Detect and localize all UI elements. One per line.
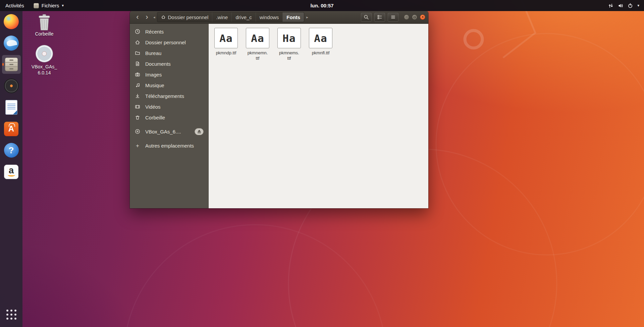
dock-item-ubuntu-software[interactable]: A [2,119,21,138]
font-preview-thumbnail: Ha [277,28,301,48]
disc-icon [135,129,141,134]
back-button[interactable]: ‹ [133,12,142,22]
close-button[interactable]: × [420,14,425,20]
sidebar: Récents Dossier personnel Bureau Documen… [130,24,209,208]
recent-icon [135,29,141,34]
headerbar-actions: − × [361,13,425,22]
power-icon [628,3,633,8]
breadcrumb: Dossier personnel .wine drive_c windows … [157,12,305,22]
maximize-icon [414,16,416,18]
files-app-icon [34,3,39,8]
volume-icon [618,3,623,8]
file-name: pkmnems. ttf [279,50,299,61]
font-preview-thumbnail: Aa [246,28,269,48]
breadcrumb-home[interactable]: Dossier personnel [157,12,213,22]
dock-item-firefox[interactable] [2,12,21,31]
window-body: Récents Dossier personnel Bureau Documen… [130,24,428,208]
headerbar: ‹ › ◂ Dossier personnel .wine drive_c wi… [130,11,428,24]
eject-icon [198,130,201,132]
sidebar-item-videos[interactable]: Vidéos [130,101,208,112]
breadcrumb-drive-c[interactable]: drive_c [232,12,256,22]
top-bar: Activités Fichiers ▾ lun. 00:57 ▾ [0,0,644,11]
chevron-down-icon: ▾ [62,3,64,8]
folder-icon [135,50,141,56]
sidebar-item-home[interactable]: Dossier personnel [130,37,208,48]
dock-item-libreoffice-writer[interactable] [2,98,21,117]
video-icon [135,104,141,109]
sidebar-item-documents[interactable]: Documents [130,58,208,69]
eject-button[interactable] [195,128,204,135]
desktop-icon-label: VBox_GAs_ 6.0.14 [32,64,57,76]
music-note-icon [135,83,141,88]
app-menu-button[interactable]: Fichiers ▾ [30,0,68,11]
desktop-icon-vbox-cd[interactable]: VBox_GAs_ 6.0.14 [24,45,64,76]
activities-label: Activités [5,3,24,8]
trash-icon [135,115,141,120]
sidebar-item-desktop[interactable]: Bureau [130,48,208,58]
file-name: pkmndp.ttf [216,50,236,56]
home-icon [161,15,166,19]
dock-item-help[interactable]: ? [2,141,21,160]
help-glyph: ? [9,145,14,156]
file-item[interactable]: Ha pkmnems. ttf [275,28,303,61]
file-name: pkmnemn. ttf [248,50,268,61]
search-button[interactable] [361,13,372,22]
file-item[interactable]: Aa pkmnfl.ttf [307,28,335,56]
view-toggle-button[interactable] [374,13,385,22]
network-icon [608,3,613,8]
software-letter: A [8,124,14,133]
dock-item-amazon[interactable]: a [2,162,21,181]
dock-item-rhythmbox[interactable] [2,76,21,95]
menu-button[interactable] [388,13,398,22]
clock-label: lun. 00:57 [310,3,333,8]
system-status-area[interactable]: ▾ [603,0,644,11]
desktop-icon-label: Corbeille [35,31,53,37]
minimize-button[interactable]: − [404,14,409,20]
back-icon: ‹ [136,13,139,21]
plus-icon: + [135,143,141,149]
dock-item-thunderbird[interactable] [2,34,21,52]
close-icon: × [422,15,424,19]
forward-icon: › [146,13,148,21]
show-applications-button[interactable] [2,305,21,324]
dock-item-files[interactable] [2,55,21,74]
activities-button[interactable]: Activités [0,0,30,11]
files-icon [5,57,18,71]
ubuntu-software-icon: A [4,122,18,136]
sidebar-item-pictures[interactable]: Images [130,69,208,80]
forward-button[interactable]: › [142,12,152,22]
thunderbird-icon [4,36,19,51]
breadcrumb-overflow-left-icon[interactable]: ◂ [153,15,155,19]
breadcrumb-windows[interactable]: windows [256,12,283,22]
maximize-button[interactable] [412,14,417,20]
file-item[interactable]: Aa pkmndp.ttf [212,28,240,56]
breadcrumb-fonts[interactable]: Fonts [283,12,304,22]
clock-button[interactable]: lun. 00:57 [306,0,337,11]
sidebar-item-other-locations[interactable]: + Autres emplacements [130,140,208,151]
file-item[interactable]: Aa pkmnemn. ttf [244,28,272,61]
file-view: Aa pkmndp.ttf Aa pkmnemn. ttf [209,24,428,208]
sidebar-item-trash[interactable]: Corbeille [130,112,208,123]
file-name: pkmnfl.ttf [312,50,330,56]
firefox-icon [4,14,19,29]
desktop-icon-trash[interactable]: Corbeille [24,14,64,37]
minimize-icon: − [406,15,408,19]
show-applications-icon [6,310,16,320]
download-icon [135,93,141,99]
font-preview-thumbnail: Aa [214,28,238,48]
rhythmbox-icon [4,78,19,93]
libreoffice-writer-icon [5,100,17,115]
breadcrumb-wine[interactable]: .wine [212,12,232,22]
sidebar-item-downloads[interactable]: Téléchargements [130,91,208,101]
files-grid: Aa pkmndp.ttf Aa pkmnemn. ttf [209,24,428,61]
search-icon [364,14,369,20]
breadcrumb-more-right-icon[interactable]: ▸ [306,15,308,19]
document-icon [135,61,141,66]
sidebar-item-recents[interactable]: Récents [130,26,208,37]
sidebar-item-music[interactable]: Musique [130,80,208,91]
home-icon [135,40,141,45]
files-window: ‹ › ◂ Dossier personnel .wine drive_c wi… [130,11,428,208]
sidebar-item-vbox-volume[interactable]: VBox_GAs_6.... [130,126,208,137]
list-view-icon [377,14,382,20]
trash-icon [37,14,52,31]
